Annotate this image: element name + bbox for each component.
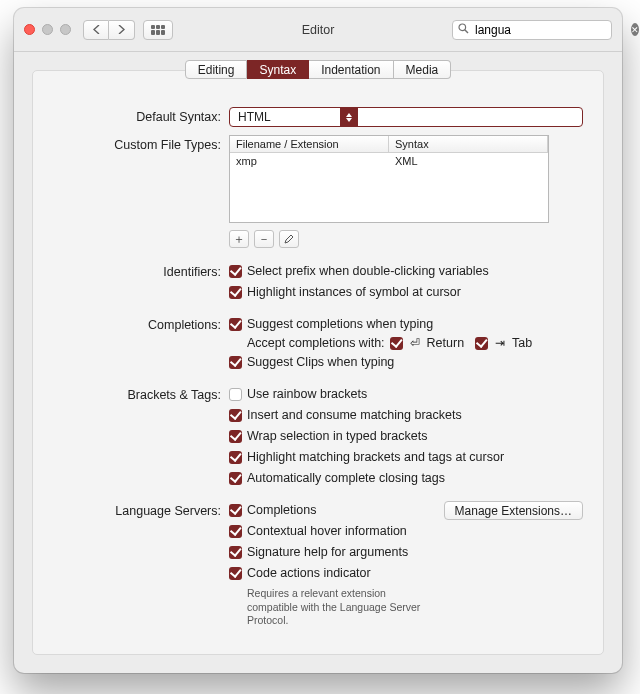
tab-indentation[interactable]: Indentation	[309, 60, 393, 79]
chk-highlight-matching[interactable]: Highlight matching brackets and tags at …	[229, 448, 583, 466]
tab-editing[interactable]: Editing	[185, 60, 248, 79]
panel-content: Default Syntax: HTML Custom File Types:	[33, 93, 603, 644]
window-controls	[24, 24, 71, 35]
preferences-window: Editor ✕ Editing Syntax Indentation Medi…	[14, 8, 622, 673]
close-button[interactable]	[24, 24, 35, 35]
chk-ls-hover[interactable]: Contextual hover information	[229, 522, 434, 540]
default-syntax-label: Default Syntax:	[33, 107, 229, 124]
chk-select-prefix[interactable]: Select prefix when double-clicking varia…	[229, 262, 583, 280]
chk-tab[interactable]	[475, 337, 488, 350]
edit-button[interactable]	[279, 230, 299, 248]
search-icon	[458, 23, 469, 36]
custom-file-types-table[interactable]: Filename / Extension Syntax xmp XML	[229, 135, 549, 223]
minimize-button[interactable]	[42, 24, 53, 35]
chk-wrap-selection[interactable]: Wrap selection in typed brackets	[229, 427, 583, 445]
cell-filename: xmp	[230, 153, 389, 169]
tab-media[interactable]: Media	[394, 60, 452, 79]
chk-ls-signature[interactable]: Signature help for arguments	[229, 543, 434, 561]
chk-suggest-completions[interactable]: Suggest completions when typing	[229, 315, 583, 333]
grid-icon	[151, 25, 165, 35]
chk-return[interactable]	[390, 337, 403, 350]
accept-completions-row: Accept completions with: ⏎ Return ⇥ Tab	[229, 336, 583, 350]
completions-label: Completions:	[33, 315, 229, 332]
column-syntax[interactable]: Syntax	[389, 136, 548, 152]
accept-completions-label: Accept completions with:	[247, 336, 385, 350]
chk-insert-matching[interactable]: Insert and consume matching brackets	[229, 406, 583, 424]
svg-point-0	[459, 24, 466, 31]
table-row[interactable]: xmp XML	[230, 153, 548, 169]
chk-rainbow-brackets[interactable]: Use rainbow brackets	[229, 385, 583, 403]
forward-button[interactable]	[109, 20, 135, 40]
titlebar: Editor ✕	[14, 8, 622, 52]
clear-search-button[interactable]: ✕	[631, 23, 639, 36]
cell-syntax: XML	[389, 153, 424, 169]
back-button[interactable]	[83, 20, 109, 40]
column-filename[interactable]: Filename / Extension	[230, 136, 389, 152]
tab-syntax[interactable]: Syntax	[247, 60, 309, 79]
chk-auto-close-tags[interactable]: Automatically complete closing tags	[229, 469, 583, 487]
remove-button[interactable]: －	[254, 230, 274, 248]
show-all-button[interactable]	[143, 20, 173, 40]
identifiers-label: Identifiers:	[33, 262, 229, 279]
default-syntax-value: HTML	[230, 110, 340, 124]
manage-extensions-button[interactable]: Manage Extensions…	[444, 501, 583, 520]
svg-line-1	[465, 30, 468, 33]
chk-ls-code-actions[interactable]: Code actions indicator	[229, 564, 434, 582]
zoom-button[interactable]	[60, 24, 71, 35]
search-field[interactable]: ✕	[452, 20, 612, 40]
add-button[interactable]: ＋	[229, 230, 249, 248]
language-servers-label: Language Servers:	[33, 501, 229, 518]
body: Editing Syntax Indentation Media Default…	[14, 52, 622, 673]
tab-bar: Editing Syntax Indentation Media	[33, 60, 603, 79]
tab-icon: ⇥	[493, 336, 507, 350]
chk-highlight-symbol[interactable]: Highlight instances of symbol at cursor	[229, 283, 583, 301]
chevron-updown-icon	[340, 108, 358, 126]
language-servers-hint: Requires a relevant extension compatible…	[229, 587, 434, 628]
custom-file-types-label: Custom File Types:	[33, 135, 229, 152]
brackets-label: Brackets & Tags:	[33, 385, 229, 402]
return-icon: ⏎	[408, 336, 422, 350]
nav-segmented	[83, 20, 135, 40]
chk-ls-completions[interactable]: Completions	[229, 501, 434, 519]
panel: Editing Syntax Indentation Media Default…	[32, 70, 604, 655]
chk-suggest-clips[interactable]: Suggest Clips when typing	[229, 353, 583, 371]
search-input[interactable]	[473, 22, 627, 38]
default-syntax-select[interactable]: HTML	[229, 107, 583, 127]
